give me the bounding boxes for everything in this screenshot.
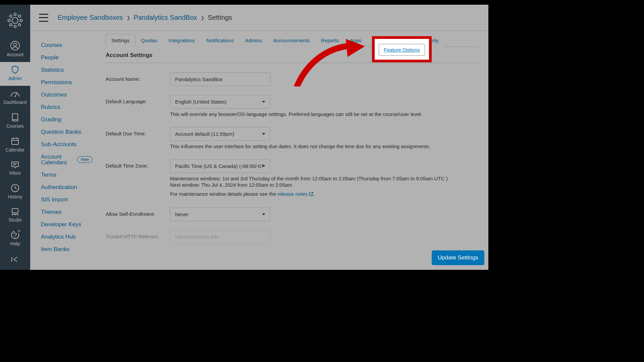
clock-icon	[11, 184, 19, 192]
secnav-analytics-hub[interactable]: Analytics Hub	[41, 231, 76, 243]
chevron-right-icon: ❯	[201, 15, 205, 20]
nav-label: Courses	[6, 123, 24, 129]
secnav-outcomes[interactable]: Outcomes	[41, 88, 67, 101]
help-badge: 10	[15, 229, 23, 233]
menu-toggle-icon[interactable]	[39, 14, 48, 22]
studio-icon	[10, 207, 20, 216]
help-text: This will override any browser/OS langua…	[170, 111, 478, 117]
chevron-right-icon: ❯	[126, 15, 130, 20]
secnav-authentication[interactable]: Authentication	[41, 181, 77, 193]
calendar-icon	[11, 137, 19, 145]
svg-line-11	[15, 93, 17, 97]
book-icon	[11, 113, 19, 122]
svg-point-3	[8, 19, 10, 22]
trusted-referers-input[interactable]: https://example.edu	[170, 230, 271, 244]
svg-point-2	[14, 25, 16, 28]
nav-help[interactable]: 10 Help	[0, 227, 30, 251]
help-text: Next window: Thu Jul 4, 2024 from 12:05a…	[170, 182, 478, 188]
default-language-label: Default Language:	[106, 95, 170, 104]
secnav-developer-keys[interactable]: Developer Keys	[41, 218, 81, 231]
secnav-people[interactable]: People	[41, 51, 59, 64]
user-icon	[10, 41, 20, 50]
secnav-rubrics[interactable]: Rubrics	[41, 101, 60, 113]
secnav-item-banks[interactable]: Item Banks	[41, 243, 69, 255]
svg-point-0	[12, 17, 18, 23]
secnav-question-banks[interactable]: Question Banks	[41, 126, 81, 138]
svg-rect-14	[12, 138, 18, 144]
nav-label: Studio	[8, 217, 22, 223]
tab-settings[interactable]: Settings	[106, 34, 135, 47]
secnav-themes[interactable]: Themes	[41, 206, 61, 218]
nav-studio[interactable]: Studio	[0, 204, 30, 227]
trusted-referers-label: Trusted HTTP Referers:	[106, 230, 170, 239]
secnav-grading[interactable]: Grading	[41, 113, 61, 126]
secnav-sub-accounts[interactable]: Sub-Accounts	[41, 138, 76, 150]
help-text: Maintenance windows: 1st and 3rd Thursda…	[170, 176, 478, 181]
feature-options-highlight: Feature Options	[372, 36, 432, 62]
tab-quotas[interactable]: Quotas	[135, 34, 163, 47]
svg-point-12	[14, 96, 16, 97]
shield-icon	[11, 65, 19, 74]
nav-dashboard[interactable]: Dashboard	[0, 86, 30, 110]
tab-reports[interactable]: Reports	[315, 34, 344, 47]
nav-label: Help	[10, 241, 20, 246]
default-time-zone-label: Default Time Zone:	[106, 159, 170, 169]
secnav-sis-import[interactable]: SIS Import	[41, 193, 68, 206]
content: Settings Quotas Integrations Notificatio…	[106, 31, 488, 270]
nav-account[interactable]: Account	[0, 38, 30, 62]
nav-label: Calendar	[6, 147, 25, 153]
default-due-time-label: Default Due Time:	[106, 127, 170, 136]
nav-admin[interactable]: Admin	[0, 62, 30, 86]
default-due-time-select[interactable]: Account default (11:59pm)	[170, 127, 270, 141]
tab-announcements[interactable]: Announcements	[268, 34, 315, 47]
secnav-statistics[interactable]: Statistics	[41, 64, 64, 76]
help-text: This influences the user interface for s…	[170, 143, 478, 149]
account-name-label: Account Name:	[106, 72, 170, 82]
new-pill: New	[77, 156, 93, 163]
default-language-select[interactable]: English (United States)	[170, 95, 270, 109]
speedometer-icon	[10, 89, 20, 98]
update-settings-button[interactable]: Update Settings	[432, 250, 484, 265]
nav-calendar[interactable]: Calendar	[0, 133, 30, 157]
global-nav: Account Admin Dashboard Courses Calendar…	[0, 5, 30, 270]
nav-label: Account	[7, 52, 24, 57]
breadcrumb: Employee Sandboxes ❯ Pandalytics SandBox…	[58, 14, 232, 21]
topbar: Employee Sandboxes ❯ Pandalytics SandBox…	[30, 5, 488, 31]
nav-inbox[interactable]: Inbox	[0, 157, 30, 180]
breadcrumb-link[interactable]: Employee Sandboxes	[58, 14, 123, 21]
svg-point-7	[10, 24, 12, 26]
breadcrumb-link[interactable]: Pandalytics SandBox	[134, 14, 197, 21]
canvas-logo-icon[interactable]	[7, 13, 23, 28]
tab-apps[interactable]: Apps	[344, 34, 367, 47]
tab-integrations[interactable]: Integrations	[163, 34, 201, 47]
tab-notifications[interactable]: Notifications	[201, 34, 239, 47]
svg-point-25	[17, 215, 18, 216]
tab-admins[interactable]: Admins	[239, 34, 268, 47]
svg-point-10	[14, 43, 17, 46]
secnav-courses[interactable]: Courses	[41, 39, 62, 51]
svg-point-4	[20, 19, 22, 22]
release-notes-link[interactable]: release notes	[277, 191, 308, 197]
breadcrumb-current: Settings	[208, 14, 232, 21]
account-name-input[interactable]: Pandalytics SandBox	[170, 72, 271, 86]
svg-point-6	[18, 15, 21, 17]
nav-courses[interactable]: Courses	[0, 110, 30, 133]
svg-rect-21	[12, 208, 18, 213]
self-enrollment-select[interactable]: Never	[170, 207, 270, 221]
default-time-zone-select[interactable]: Pacific Time (US & Canada) (-08:00/-07	[170, 159, 270, 173]
secnav-account-calendars[interactable]: Account Calendars	[41, 150, 73, 169]
secnav-permissions[interactable]: Permissions	[41, 76, 72, 88]
nav-history[interactable]: History	[0, 180, 30, 204]
help-text: For maintenance window details please se…	[170, 191, 478, 197]
nav-label: History	[8, 194, 22, 199]
tab-feature-options[interactable]: Feature Options	[379, 44, 425, 56]
svg-point-5	[10, 15, 12, 17]
external-link-icon	[309, 192, 314, 197]
collapse-nav-icon[interactable]	[10, 252, 20, 270]
svg-point-1	[14, 13, 16, 16]
secnav-terms[interactable]: Terms	[41, 169, 56, 181]
self-enrollment-label: Allow Self-Enrollment:	[106, 207, 170, 217]
nav-label: Inbox	[9, 170, 21, 176]
nav-label: Admin	[8, 76, 22, 81]
nav-label: Dashboard	[4, 100, 27, 105]
